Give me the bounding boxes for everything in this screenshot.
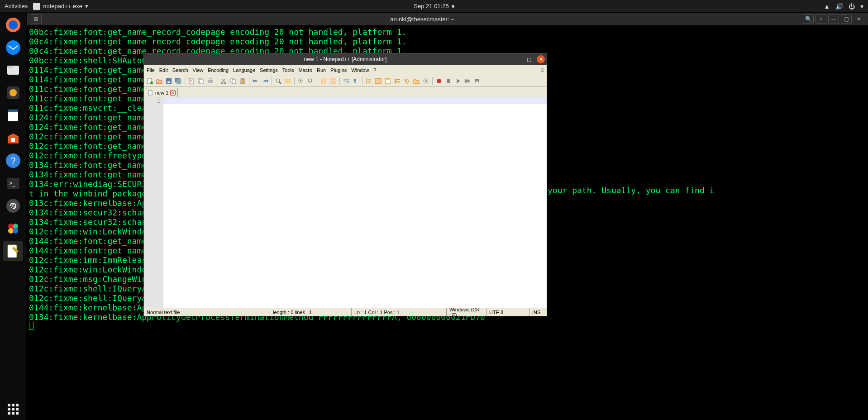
dock-updates[interactable]: A [3, 196, 23, 216]
paste-icon[interactable] [238, 77, 247, 85]
dock-thunderbird[interactable] [3, 38, 23, 57]
dock-files[interactable] [3, 60, 23, 80]
npp-tab-new1[interactable]: new 1 ✕ [146, 88, 178, 97]
svg-rect-27 [176, 79, 181, 84]
menu-settings[interactable]: Settings [260, 67, 278, 73]
npp-textarea[interactable] [163, 97, 547, 308]
npp-tabbar: new 1 ✕ [144, 87, 547, 97]
menu-edit[interactable]: Edit [159, 67, 168, 73]
lang-udl-icon[interactable] [374, 77, 382, 85]
hamburger-icon[interactable]: ≡ [816, 14, 826, 24]
activities-button[interactable]: Activities [5, 3, 28, 10]
wordwrap-icon[interactable] [342, 77, 350, 85]
new-file-icon[interactable] [146, 77, 154, 85]
terminal-close-button[interactable]: ✕ [854, 14, 864, 24]
dock-writer[interactable] [3, 105, 23, 125]
svg-point-19 [13, 228, 18, 234]
menu-search[interactable]: Search [172, 67, 188, 73]
save-all-icon[interactable] [174, 77, 182, 85]
datetime-label[interactable]: Sep 21 01:25 [414, 3, 448, 10]
npp-minimize-button[interactable]: — [515, 56, 521, 62]
allchars-icon[interactable]: ¶ [352, 77, 360, 85]
npp-gutter: 1 [144, 97, 163, 308]
menu-run[interactable]: Run [317, 67, 326, 73]
dock-help[interactable]: ? [3, 151, 23, 171]
save-macro-icon[interactable] [473, 77, 481, 85]
zoom-out-icon[interactable]: - [306, 77, 315, 85]
svg-rect-59 [386, 78, 390, 84]
chevron-down-icon[interactable]: ▾ [860, 3, 863, 10]
copy-icon[interactable] [229, 77, 237, 85]
menu-help[interactable]: ? [373, 67, 376, 73]
app-indicator[interactable]: notepad++.exe ▾ [33, 3, 88, 10]
terminal-minimize-button[interactable]: — [828, 14, 839, 24]
svg-rect-25 [167, 81, 170, 83]
replace-icon[interactable] [284, 77, 292, 85]
svg-text:>_: >_ [9, 180, 15, 186]
npp-maximize-button[interactable]: ▢ [526, 56, 532, 62]
power-icon[interactable]: ⏻ [849, 3, 855, 10]
svg-rect-40 [242, 78, 243, 80]
svg-rect-49 [321, 78, 323, 84]
dock-software[interactable] [3, 128, 23, 148]
status-eol: Windows (CR LF) [446, 308, 486, 316]
menu-encoding[interactable]: Encoding [208, 67, 229, 73]
indent-guide-icon[interactable] [365, 77, 373, 85]
cut-icon[interactable] [219, 77, 228, 85]
npp-toolbar: + - ¶ f() [144, 75, 547, 87]
close-file-icon[interactable] [187, 77, 196, 85]
svg-text:A: A [11, 203, 15, 209]
npp-title: new 1 - Notepad++ [Administrator] [304, 56, 387, 62]
menu-tools[interactable]: Tools [282, 67, 294, 73]
open-file-icon[interactable] [155, 77, 163, 85]
record-macro-icon[interactable] [435, 77, 443, 85]
menu-view[interactable]: View [193, 67, 204, 73]
status-filetype: Normal text file [144, 308, 270, 316]
svg-rect-52 [330, 81, 336, 84]
volume-icon[interactable]: 🔊 [835, 3, 843, 10]
apps-grid-button[interactable] [8, 404, 19, 415]
terminal-new-tab-button[interactable]: ⊞ [31, 14, 42, 24]
menu-window[interactable]: Window [351, 67, 369, 73]
monitoring-icon[interactable] [422, 77, 430, 85]
close-all-icon[interactable] [197, 77, 205, 85]
status-encoding: UTF-8 [486, 308, 529, 316]
func-list-icon[interactable]: f() [403, 77, 411, 85]
menu-macro[interactable]: Macro [298, 67, 312, 73]
npp-pin-close[interactable]: X [541, 67, 544, 73]
dock-rhythmbox[interactable] [3, 83, 23, 103]
file-tab-icon [148, 90, 153, 95]
redo-icon[interactable] [261, 77, 269, 85]
play-macro-icon[interactable] [454, 77, 462, 85]
zoom-in-icon[interactable]: + [297, 77, 305, 85]
folder-workspace-icon[interactable] [412, 77, 420, 85]
dock-firefox[interactable] [3, 15, 23, 35]
sync-h-icon[interactable] [329, 77, 337, 85]
dock-misc-app[interactable] [3, 219, 23, 239]
print-icon[interactable] [206, 77, 215, 85]
npp-menubar: File Edit Search View Encoding Language … [144, 65, 547, 75]
network-icon[interactable]: ▲ [824, 3, 830, 10]
terminal-maximize-button[interactable]: ▢ [841, 14, 852, 24]
menu-language[interactable]: Language [233, 67, 255, 73]
sync-v-icon[interactable] [320, 77, 328, 85]
doc-map-icon[interactable] [384, 77, 392, 85]
dock-terminal[interactable]: >_ [3, 173, 23, 193]
npp-tab-close-icon[interactable]: ✕ [170, 90, 176, 95]
terminal-cursor [29, 322, 33, 330]
save-icon[interactable] [165, 77, 173, 85]
undo-icon[interactable] [252, 77, 260, 85]
play-multi-icon[interactable] [463, 77, 472, 85]
menu-file[interactable]: File [147, 67, 155, 73]
stop-macro-icon[interactable] [444, 77, 453, 85]
chevron-down-icon: ▾ [85, 3, 88, 10]
svg-rect-4 [7, 66, 13, 68]
npp-titlebar[interactable]: new 1 - Notepad++ [Administrator] — ▢ ✕ [144, 53, 547, 65]
npp-close-button[interactable]: ✕ [537, 55, 545, 63]
menu-plugins[interactable]: Plugins [330, 67, 347, 73]
dock-notepadpp[interactable] [3, 241, 23, 261]
search-icon[interactable]: 🔍 [803, 14, 814, 24]
dock: ? >_ A [0, 12, 26, 420]
find-icon[interactable] [274, 77, 282, 85]
doc-list-icon[interactable] [393, 77, 401, 85]
